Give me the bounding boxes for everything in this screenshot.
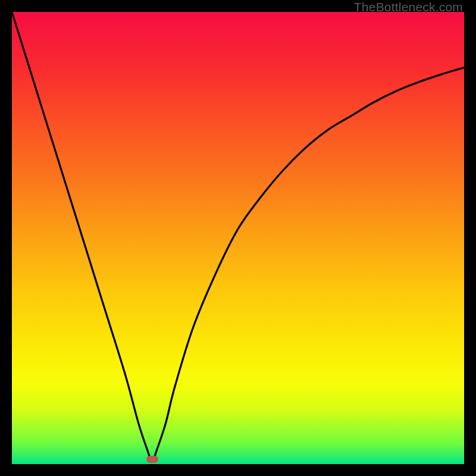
chart-frame: TheBottleneck.com [0, 0, 476, 476]
optimal-point-marker [146, 456, 158, 463]
bottleneck-curve [12, 12, 464, 464]
plot-area [12, 12, 464, 464]
